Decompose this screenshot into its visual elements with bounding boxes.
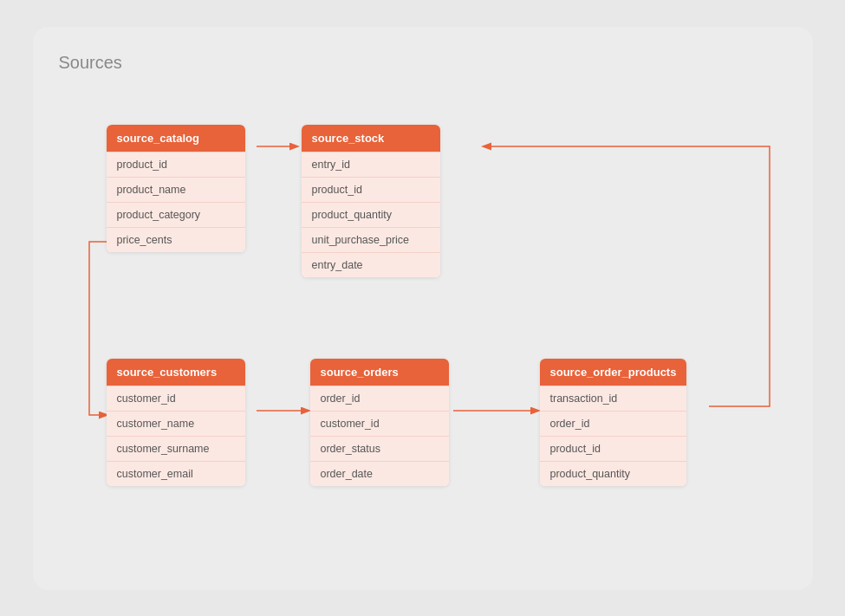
table-row: entry_date [302, 252, 440, 277]
table-row: product_id [107, 152, 245, 177]
table-row: product_category [107, 202, 245, 227]
table-row: order_id [540, 411, 687, 436]
table-row: customer_name [107, 411, 245, 436]
table-row: product_quantity [540, 461, 687, 486]
table-header-source-catalog: source_catalog [107, 125, 245, 152]
table-row: customer_surname [107, 436, 245, 461]
table-row: product_name [107, 177, 245, 202]
table-header-source-stock: source_stock [302, 125, 440, 152]
table-row: unit_purchase_price [302, 227, 440, 252]
canvas-title: Sources [59, 53, 787, 73]
table-header-source-orders: source_orders [310, 359, 449, 386]
table-source-orders: source_orders order_id customer_id order… [310, 359, 449, 486]
table-row: entry_id [302, 152, 440, 177]
table-row: order_status [310, 436, 449, 461]
table-header-source-customers: source_customers [107, 359, 245, 386]
canvas: Sources source_catalog product_id produ [33, 27, 813, 590]
table-row: order_date [310, 461, 449, 486]
table-row: product_quantity [302, 202, 440, 227]
table-source-order-products: source_order_products transaction_id ord… [540, 359, 687, 486]
table-source-stock: source_stock entry_id product_id product… [302, 125, 440, 277]
table-source-catalog: source_catalog product_id product_name p… [107, 125, 245, 252]
table-row: price_cents [107, 227, 245, 252]
table-row: product_id [540, 436, 687, 461]
table-source-customers: source_customers customer_id customer_na… [107, 359, 245, 486]
table-row: transaction_id [540, 386, 687, 411]
table-header-source-order-products: source_order_products [540, 359, 687, 386]
table-row: product_id [302, 177, 440, 202]
table-row: customer_email [107, 461, 245, 486]
table-row: customer_id [107, 386, 245, 411]
table-row: customer_id [310, 411, 449, 436]
table-row: order_id [310, 386, 449, 411]
tables-area: source_catalog product_id product_name p… [59, 90, 787, 593]
